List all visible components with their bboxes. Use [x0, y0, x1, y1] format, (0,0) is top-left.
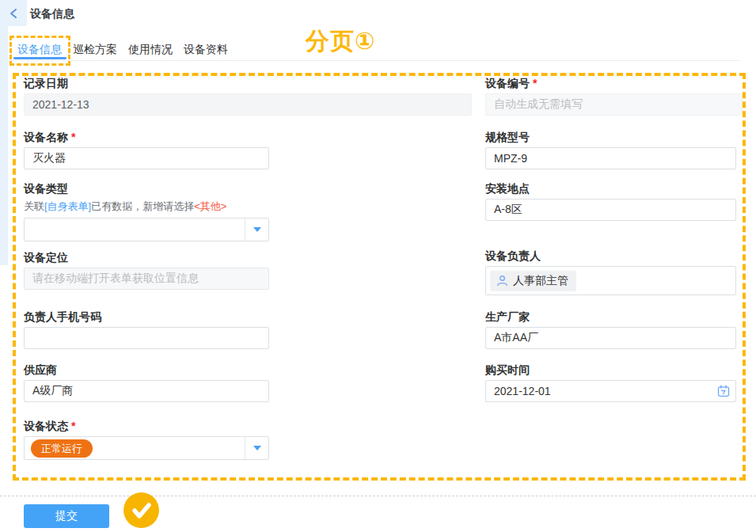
purchase-time-input[interactable] — [485, 380, 736, 402]
back-button[interactable] — [0, 0, 27, 26]
record-date-field: 2021-12-13 — [24, 93, 472, 116]
left-strip — [0, 26, 8, 265]
install-location-label: 安装地点 — [485, 183, 736, 194]
device-name-input[interactable] — [24, 147, 269, 169]
device-owner-label: 设备负责人 — [485, 250, 736, 261]
tab-device-info[interactable]: 设备信息 — [17, 43, 62, 57]
record-date-group: 记录日期 2021-12-13 — [24, 78, 472, 116]
tabs-divider — [8, 60, 740, 61]
manufacturer-input[interactable] — [485, 327, 736, 349]
spec-model-group: 规格型号 — [485, 131, 736, 169]
footer-divider — [0, 496, 756, 496]
device-no-label: 设备编号* — [485, 78, 743, 89]
supplier-input[interactable] — [24, 380, 269, 402]
supplier-group: 供应商 — [24, 364, 269, 402]
device-status-label: 设备状态* — [24, 420, 269, 431]
supplier-label: 供应商 — [24, 364, 269, 375]
install-location-group: 安装地点 — [485, 183, 736, 221]
chevron-left-icon — [9, 8, 17, 19]
person-icon — [496, 275, 508, 287]
chevron-down-icon — [245, 218, 268, 241]
tab-inspection-plan[interactable]: 巡检方案 — [73, 43, 117, 57]
status-badge: 正常运行 — [31, 439, 93, 458]
device-position-field: 请在移动端打开表单获取位置信息 — [24, 268, 269, 290]
purchase-time-field[interactable] — [485, 380, 736, 402]
active-tab-underline — [13, 57, 66, 59]
device-no-group: 设备编号* 自动生成无需填写 — [485, 78, 743, 116]
page-title: 设备信息 — [30, 7, 74, 21]
spec-model-label: 规格型号 — [485, 131, 736, 142]
calendar-icon[interactable] — [717, 385, 730, 397]
purchase-time-group: 购买时间 — [485, 364, 736, 402]
spec-model-input[interactable] — [485, 147, 736, 169]
tab-bar: 设备信息 巡检方案 使用情况 设备资料 — [17, 43, 228, 57]
device-type-helper-text: 关联[自身表单]已有数据，新增请选择<其他> — [24, 200, 269, 214]
page-number-annotation: 分页① — [306, 25, 375, 58]
device-owner-group: 设备负责人 人事部主管 — [485, 250, 736, 295]
device-name-group: 设备名称* — [24, 131, 269, 169]
device-owner-field[interactable]: 人事部主管 — [485, 266, 736, 295]
device-no-field: 自动生成无需填写 — [485, 93, 743, 116]
purchase-time-label: 购买时间 — [485, 364, 736, 375]
owner-member-chip[interactable]: 人事部主管 — [490, 271, 576, 291]
check-annotation — [123, 492, 159, 528]
device-type-group: 设备类型 关联[自身表单]已有数据，新增请选择<其他> — [24, 183, 269, 241]
submit-button[interactable]: 提交 — [24, 504, 109, 528]
device-type-select[interactable] — [24, 218, 269, 241]
owner-phone-label: 负责人手机号码 — [24, 311, 269, 322]
install-location-input[interactable] — [485, 199, 736, 221]
manufacturer-label: 生产厂家 — [485, 311, 736, 322]
tab-usage[interactable]: 使用情况 — [128, 43, 173, 57]
check-icon — [131, 502, 152, 519]
device-position-label: 设备定位 — [24, 252, 269, 263]
record-date-label: 记录日期 — [24, 78, 472, 89]
device-status-group: 设备状态* 正常运行 — [24, 420, 269, 460]
chevron-down-icon — [245, 437, 268, 459]
manufacturer-group: 生产厂家 — [485, 311, 736, 349]
tab-device-docs[interactable]: 设备资料 — [184, 43, 228, 57]
device-position-group: 设备定位 请在移动端打开表单获取位置信息 — [24, 252, 269, 290]
owner-phone-group: 负责人手机号码 — [24, 311, 269, 349]
device-status-select[interactable]: 正常运行 — [24, 436, 269, 460]
device-name-label: 设备名称* — [24, 131, 269, 142]
device-type-label: 设备类型 — [24, 183, 269, 194]
owner-phone-input[interactable] — [24, 327, 269, 349]
